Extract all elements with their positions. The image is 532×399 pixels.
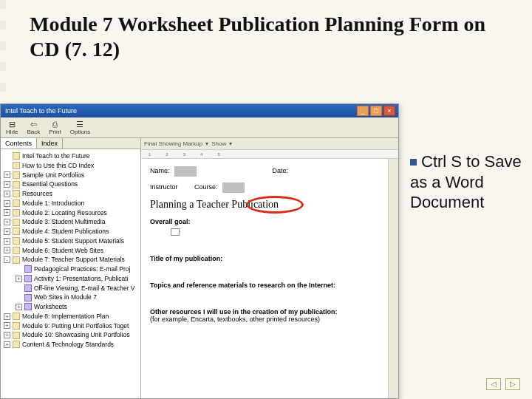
tree-expander[interactable]: +	[4, 191, 10, 197]
prev-slide-button[interactable]: ◁	[486, 378, 501, 390]
options-icon: ☰	[76, 120, 83, 129]
maximize-button[interactable]: □	[370, 106, 382, 116]
tree-expander[interactable]: +	[4, 341, 10, 348]
tree-item[interactable]: +Sample Unit Portfolios	[2, 171, 139, 180]
tree-item[interactable]: Off-line Viewing, E-mail & Teacher V	[2, 284, 139, 293]
close-button[interactable]: ×	[383, 106, 395, 116]
tree-item-label: Off-line Viewing, E-mail & Teacher V	[34, 284, 135, 293]
tree-item[interactable]: +Activity 1: Presentations, Publicati	[2, 274, 139, 284]
options-button[interactable]: ☰ Options	[68, 120, 93, 136]
tree-item-label: Worksheets	[34, 302, 67, 312]
tree-item[interactable]: +Essential Questions	[2, 180, 139, 189]
node-icon	[24, 303, 32, 310]
node-icon	[13, 181, 20, 188]
tree-item-label: Sample Unit Portfolios	[22, 171, 84, 180]
tree-expander[interactable]: +	[4, 181, 10, 188]
document-pane: Final Showing Markup ▾ Show ▾ 12345 Name…	[141, 138, 398, 398]
tree-expander[interactable]: +	[16, 276, 22, 282]
node-icon	[24, 294, 32, 301]
tree-expander[interactable]: +	[4, 313, 10, 320]
tree-expander[interactable]: +	[16, 304, 22, 310]
markup-mode[interactable]: Final Showing Markup	[144, 140, 202, 147]
node-icon	[13, 209, 20, 216]
tree-item-label: How to Use this CD Index	[22, 161, 94, 171]
minimize-button[interactable]: _	[357, 106, 369, 116]
tree-item[interactable]: +Module 6: Student Web Sites	[2, 246, 139, 256]
tree-item-label: Module 1: Introduction	[22, 199, 84, 208]
tree-expander[interactable]: +	[4, 219, 10, 225]
tree-expander[interactable]: +	[4, 171, 10, 178]
tree-item[interactable]: +Module 10: Showcasing Unit Portfolios	[2, 330, 139, 340]
node-icon	[13, 332, 20, 339]
tab-index[interactable]: Index	[37, 138, 63, 149]
hide-button[interactable]: ⊟ Hide	[4, 120, 20, 136]
name-label: Name:	[150, 167, 170, 174]
tree-expander[interactable]: +	[4, 247, 10, 253]
tree-item-label: Module 6: Student Web Sites	[22, 246, 103, 256]
node-icon	[24, 284, 32, 292]
window-title: Intel Teach to the Future	[4, 107, 357, 115]
tree-item[interactable]: Intel Teach to the Future	[2, 151, 139, 161]
tab-contents[interactable]: Contents	[1, 138, 37, 149]
tree-item-label: Module 9: Putting Unit Portfolios Toget	[22, 321, 129, 331]
help-toolbar: ⊟ Hide ⇦ Back ⎙ Print ☰ Options	[1, 117, 398, 138]
tree-item-label: Resources	[22, 189, 52, 199]
node-icon	[13, 162, 20, 169]
goal-insert-box[interactable]	[171, 228, 180, 236]
back-button[interactable]: ⇦ Back	[24, 120, 42, 136]
tree-item[interactable]: +Resources	[2, 189, 139, 199]
tree-expander[interactable]: +	[4, 322, 10, 329]
tree-item[interactable]: +Module 5: Student Support Materials	[2, 236, 139, 246]
back-icon: ⇦	[30, 120, 37, 129]
name-field[interactable]	[174, 166, 197, 177]
node-icon	[13, 256, 20, 264]
tree-expander[interactable]: +	[4, 200, 10, 207]
tree-item[interactable]: +Module 8: Implementation Plan	[2, 312, 139, 321]
node-icon	[13, 247, 20, 254]
node-icon	[24, 275, 32, 282]
tree-item[interactable]: +Module 2: Locating Resources	[2, 208, 139, 218]
slide-bullet-note: Ctrl S to Save as a Word Document	[410, 151, 528, 213]
tree-expander[interactable]: +	[4, 238, 10, 245]
node-icon	[13, 171, 20, 179]
node-icon	[13, 219, 20, 226]
tree-item[interactable]: Pedagogical Practices: E-mail Proj	[2, 265, 139, 274]
window-controls: _ □ ×	[357, 106, 395, 116]
node-icon	[13, 341, 20, 348]
tree-item[interactable]: +Worksheets	[2, 302, 139, 312]
slide-nav-controls: ◁ ▷	[486, 378, 520, 390]
instructor-label: Instructor	[150, 183, 178, 191]
tree-expander[interactable]: +	[4, 332, 10, 338]
tree-item-label: Intel Teach to the Future	[22, 151, 90, 161]
tree-item[interactable]: +Module 1: Introduction	[2, 199, 139, 208]
show-menu[interactable]: Show	[211, 140, 226, 147]
node-icon	[13, 322, 20, 330]
pub-title-label: Title of my publication:	[150, 255, 389, 262]
node-icon	[13, 152, 20, 160]
tree-item[interactable]: +Module 9: Putting Unit Portfolios Toget	[2, 321, 139, 331]
tree-item-label: Essential Questions	[22, 180, 78, 189]
vertical-scrollbar[interactable]	[388, 159, 398, 398]
print-button[interactable]: ⎙ Print	[47, 120, 63, 136]
tree-item[interactable]: +Content & Technology Standards	[2, 340, 139, 349]
hide-icon: ⊟	[9, 120, 16, 129]
node-icon	[13, 200, 20, 207]
nav-pane: Contents Index Intel Teach to the Future…	[1, 138, 141, 398]
ruler: 12345	[141, 150, 398, 159]
tree-item-label: Module 10: Showcasing Unit Portfolios	[22, 330, 130, 340]
next-slide-button[interactable]: ▷	[505, 378, 520, 390]
tree-item[interactable]: +Module 4: Student Publications	[2, 227, 139, 236]
course-field[interactable]	[222, 183, 245, 193]
date-label: Date:	[273, 167, 289, 174]
tree-expander[interactable]: +	[4, 228, 10, 235]
other-resources-label: Other resources I will use in the creati…	[150, 308, 389, 323]
slide-title: Module 7 Worksheet Publication Planning …	[0, 0, 532, 69]
panes: Contents Index Intel Teach to the Future…	[1, 138, 398, 398]
tree-item-label: Pedagogical Practices: E-mail Proj	[34, 265, 130, 274]
tree-item[interactable]: +Module 3: Student Multimedia	[2, 217, 139, 227]
tree-item[interactable]: Web Sites in Module 7	[2, 293, 139, 302]
tree-item[interactable]: -Module 7: Teacher Support Materials	[2, 255, 139, 265]
tree-expander[interactable]: -	[4, 256, 10, 263]
tree-expander[interactable]: +	[4, 209, 10, 216]
tree-item[interactable]: How to Use this CD Index	[2, 161, 139, 171]
